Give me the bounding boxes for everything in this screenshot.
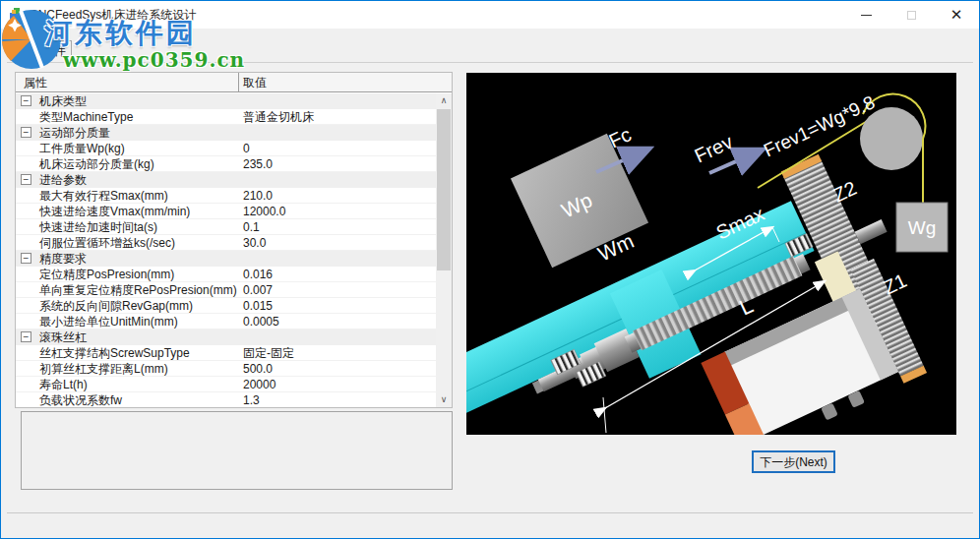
property-name: 工件质量Wp(kg) — [39, 141, 125, 156]
group-label: 精度要求 — [39, 251, 87, 267]
property-name: 系统的反向间隙RevGap(mm) — [39, 298, 193, 314]
group-label: 机床类型 — [39, 93, 87, 109]
tab-control-bottom-border — [7, 512, 973, 513]
property-value[interactable]: 235.0 — [243, 156, 273, 172]
table-row[interactable]: 单向重复定位精度RePosPresion(mm)0.007 — [16, 282, 436, 298]
property-value[interactable]: 12000.0 — [243, 204, 285, 219]
pulley — [860, 107, 923, 170]
property-name: 快速进给加速时间ta(s) — [39, 219, 157, 235]
property-grid-header: 属性 取值 — [16, 73, 452, 92]
table-row[interactable]: 定位精度PosPresion(mm)0.016 — [16, 267, 436, 282]
scroll-up-icon[interactable]: ∧ — [436, 93, 452, 108]
property-value[interactable]: 0.0005 — [243, 314, 279, 329]
property-name: 单向重复定位精度RePosPresion(mm) — [39, 282, 237, 298]
property-name: 丝杠支撑结构ScrewSupType — [39, 345, 190, 361]
table-row[interactable]: 快速进给速度Vmax(mm/min)12000.0 — [16, 204, 436, 219]
group-label: 滚珠丝杠 — [39, 329, 87, 345]
window-title: CNCFeedSys机床进给系统设计 — [30, 7, 196, 24]
property-name: 机床运动部分质量(kg) — [39, 156, 154, 172]
property-name: 寿命Lt(h) — [39, 377, 88, 392]
column-header-name: 属性 — [24, 75, 47, 91]
maximize-button[interactable] — [888, 1, 934, 29]
property-value[interactable]: 0 — [243, 141, 250, 156]
property-value[interactable]: 0.016 — [243, 267, 273, 282]
property-grid: 属性 取值 −机床类型类型MachineType普通金切机床−运动部分质量工件质… — [15, 72, 453, 408]
group-label: 进给参数 — [39, 172, 87, 188]
table-row[interactable]: 丝杠支撑结构ScrewSupType固定-固定 — [16, 345, 436, 361]
scrollbar-thumb[interactable] — [437, 109, 451, 270]
label-wg: Wg — [908, 217, 937, 238]
vertical-scrollbar[interactable]: ∧ ∨ — [436, 93, 452, 407]
label-frev: Frev — [691, 131, 736, 167]
next-button[interactable]: 下一步(Next) — [752, 450, 835, 473]
property-value[interactable]: 固定-固定 — [243, 345, 294, 361]
minimize-button[interactable] — [843, 1, 888, 29]
site-url: www.pc0359.cn — [63, 48, 245, 72]
table-row[interactable]: 快速进给加速时间ta(s)0.1 — [16, 219, 436, 235]
property-name: 最小进给单位UnitMin(mm) — [39, 314, 178, 329]
property-value[interactable]: 30.0 — [243, 235, 266, 251]
property-name: 快速进给速度Vmax(mm/min) — [39, 204, 190, 219]
property-name: 类型MachineType — [39, 109, 133, 125]
group-label: 运动部分质量 — [39, 125, 110, 141]
property-rows: −机床类型类型MachineType普通金切机床−运动部分质量工件质量Wp(kg… — [16, 93, 436, 407]
property-name: 最大有效行程Smax(mm) — [39, 188, 168, 204]
collapse-icon[interactable]: − — [21, 174, 31, 185]
property-value[interactable]: 0.1 — [243, 219, 260, 235]
message-box — [21, 411, 453, 490]
group-row[interactable]: −精度要求 — [16, 251, 436, 267]
table-row[interactable]: 最大有效行程Smax(mm)210.0 — [16, 188, 436, 204]
feed-system-diagram: Fc Wp Wm Frev Frev1=Wg*9.8 Smax Z2 L Z1 … — [466, 73, 956, 435]
table-row[interactable]: 初算丝杠支撑距离L(mm)500.0 — [16, 361, 436, 377]
table-row[interactable]: 工件质量Wp(kg)0 — [16, 141, 436, 156]
table-row[interactable]: 系统的反向间隙RevGap(mm)0.015 — [16, 298, 436, 314]
property-value[interactable]: 普通金切机床 — [243, 109, 314, 125]
group-row[interactable]: −机床类型 — [16, 93, 436, 109]
collapse-icon[interactable]: − — [21, 253, 31, 264]
collapse-icon[interactable]: − — [21, 95, 31, 106]
table-row[interactable]: 负载状况系数fw1.3 — [16, 392, 436, 407]
property-name: 定位精度PosPresion(mm) — [39, 267, 174, 282]
column-divider[interactable] — [238, 73, 239, 91]
table-row[interactable]: 类型MachineType普通金切机床 — [16, 109, 436, 125]
table-row[interactable]: 最小进给单位UnitMin(mm)0.0005 — [16, 314, 436, 329]
property-name: 伺服位置循环增益ks(/sec) — [39, 235, 175, 251]
scroll-down-icon[interactable]: ∨ — [436, 392, 452, 407]
collapse-icon[interactable]: − — [21, 127, 31, 138]
close-button[interactable]: ✕ — [934, 1, 979, 29]
property-value[interactable]: 0.007 — [243, 282, 273, 298]
property-value[interactable]: 1.3 — [243, 392, 260, 407]
table-row[interactable]: 机床运动部分质量(kg)235.0 — [16, 156, 436, 172]
tab-page-border — [7, 62, 973, 63]
property-value[interactable]: 20000 — [243, 377, 276, 392]
property-name: 负载状况系数fw — [39, 392, 122, 407]
property-value[interactable]: 0.015 — [243, 298, 273, 314]
property-value[interactable]: 210.0 — [243, 188, 273, 204]
app-icon — [9, 7, 25, 23]
table-row[interactable]: 伺服位置循环增益ks(/sec)30.0 — [16, 235, 436, 251]
property-value[interactable]: 500.0 — [243, 361, 273, 377]
collapse-icon[interactable]: − — [21, 331, 31, 342]
title-bar: CNCFeedSys机床进给系统设计 ✕ — [1, 1, 979, 29]
property-name: 初算丝杠支撑距离L(mm) — [39, 361, 168, 377]
table-row[interactable]: 寿命Lt(h)20000 — [16, 377, 436, 392]
diagram-panel: Fc Wp Wm Frev Frev1=Wg*9.8 Smax Z2 L Z1 … — [466, 73, 956, 435]
tab-design-conditions[interactable]: 设计条件 — [13, 40, 72, 62]
app-window: CNCFeedSys机床进给系统设计 ✕ 设计条件 属性 取值 −机床类型类型M… — [0, 0, 980, 539]
group-row[interactable]: −运动部分质量 — [16, 125, 436, 141]
column-header-value: 取值 — [243, 75, 267, 91]
group-row[interactable]: −滚珠丝杠 — [16, 329, 436, 345]
group-row[interactable]: −进给参数 — [16, 172, 436, 188]
